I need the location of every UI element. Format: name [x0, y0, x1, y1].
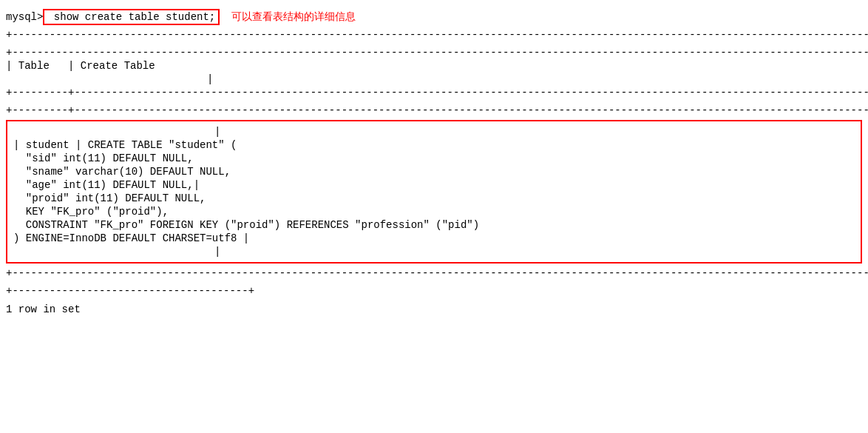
comment-text: 可以查看表结构的详细信息 [231, 10, 356, 24]
row-count: 1 row in set [0, 302, 868, 317]
col-separator: | [0, 73, 868, 86]
result-line-8: ) ENGINE=InnoDB DEFAULT CHARSET=utf8 | [7, 232, 861, 245]
header-row: | Table | Create Table [0, 59, 868, 73]
result-box: | | student | CREATE TABLE "student" ( "… [6, 120, 862, 264]
command-box: show create table student; [43, 9, 220, 25]
result-line-6: KEY "FK_pro" ("proid"), [7, 205, 861, 218]
terminal-window: mysql> show create table student; 可以查看表结… [0, 0, 868, 323]
result-line-2: "sid" int(11) DEFAULT NULL, [7, 152, 861, 165]
divider-bottom-1: +---------------------------------------… [0, 266, 868, 280]
result-line-3: "sname" varchar(10) DEFAULT NULL, [7, 165, 861, 178]
divider-mid-1: +---------+-----------------------------… [0, 86, 868, 99]
prompt-line: mysql> show create table student; 可以查看表结… [0, 6, 868, 28]
divider-top-2: +---------------------------------------… [0, 46, 868, 59]
result-line-1: | student | CREATE TABLE "student" ( [7, 138, 861, 152]
divider-mid-2: +---------+-----------------------------… [0, 104, 868, 117]
result-line-5: "proid" int(11) DEFAULT NULL, [7, 192, 861, 205]
result-line-7: CONSTRAINT "FK_pro" FOREIGN KEY ("proid"… [7, 218, 861, 232]
mysql-prompt: mysql> [6, 11, 43, 23]
result-sep-top: | [7, 124, 861, 138]
result-sep-bottom: | [7, 245, 861, 259]
divider-bottom-2: +--------------------------------------+ [0, 284, 868, 298]
divider-top-1: +---------------------------------------… [0, 28, 868, 41]
result-line-4: "age" int(11) DEFAULT NULL,| [7, 178, 861, 192]
